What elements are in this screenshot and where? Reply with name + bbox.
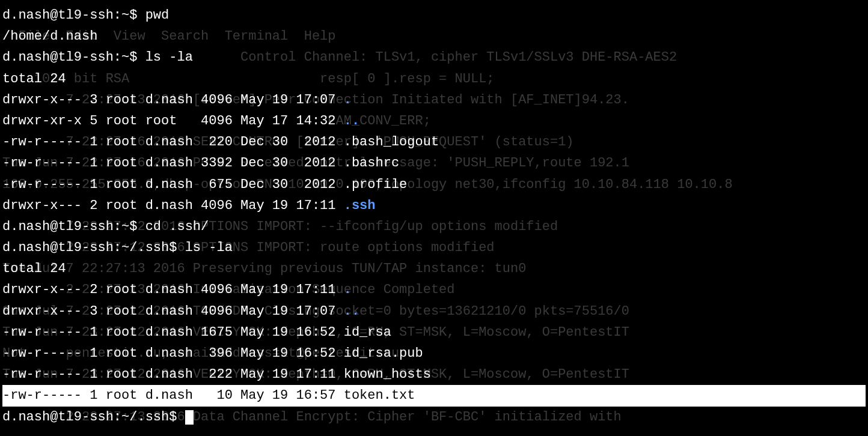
- shell-command: ls -la: [185, 240, 233, 255]
- ls-entry: drwxr-x--- 3 root d.nash 4096 May 19 17:…: [2, 89, 866, 111]
- file-name: .bash_logout: [344, 135, 439, 150]
- ls-entry: drwxr-x--- 2 root d.nash 4096 May 19 17:…: [2, 279, 866, 300]
- ls-entry: -rw-r----- 1 root d.nash 675 Dec 30 2012…: [2, 174, 866, 195]
- file-name: known_hosts: [344, 367, 431, 382]
- file-perms: -rw-r----- 1 root d.nash 3392 Dec 30 201…: [2, 156, 344, 171]
- ls-entry: -rw-r----- 1 root d.nash 222 May 19 17:1…: [2, 364, 866, 385]
- file-perms: -rw-r----- 1 root d.nash 222 May 19 17:1…: [2, 367, 344, 382]
- file-perms: drwxr-x--- 2 root d.nash 4096 May 19 17:…: [2, 282, 344, 297]
- file-perms: drwxr-x--- 3 root d.nash 4096 May 19 17:…: [2, 92, 344, 107]
- shell-command: pwd: [145, 8, 170, 23]
- file-name: .profile: [344, 177, 408, 192]
- output-text: total 24: [2, 261, 66, 276]
- directory-name: .: [344, 92, 352, 107]
- output-text: total 24: [2, 71, 66, 86]
- terminal-prompt-active: d.nash@tl9-ssh:~/.ssh$: [2, 407, 866, 428]
- directory-name: ..: [344, 304, 359, 319]
- ls-entry: -rw-r----- 1 root d.nash 396 May 19 16:5…: [2, 343, 866, 364]
- terminal-output[interactable]: d.nash@tl9-ssh:~$ pwd/home/d.nashd.nash@…: [2, 5, 866, 428]
- terminal-output-line: total 24: [2, 258, 866, 279]
- file-perms: drwxr-x--- 3 root d.nash 4096 May 19 17:…: [2, 304, 344, 319]
- ls-entry: -rw-r----- 1 root d.nash 220 Dec 30 2012…: [2, 132, 866, 153]
- shell-prompt: d.nash@tl9-ssh:~/.ssh$: [2, 410, 185, 425]
- terminal-prompt-line: d.nash@tl9-ssh:~/.ssh$ ls -la: [2, 237, 866, 258]
- file-perms: -rw-r----- 1 root d.nash 396 May 19 16:5…: [2, 346, 344, 361]
- output-text: /home/d.nash: [2, 29, 97, 44]
- ls-entry: drwxr-x--- 2 root d.nash 4096 May 19 17:…: [2, 195, 866, 216]
- shell-command: cd .ssh/: [145, 219, 209, 234]
- shell-prompt: d.nash@tl9-ssh:~$: [2, 50, 145, 65]
- terminal-prompt-line: d.nash@tl9-ssh:~$ cd .ssh/: [2, 216, 866, 237]
- terminal-output-line: /home/d.nash: [2, 26, 866, 47]
- ls-entry: drwxr-xr-x 5 root root 4096 May 17 14:32…: [2, 111, 866, 132]
- terminal-prompt-line: d.nash@tl9-ssh:~$ pwd: [2, 5, 866, 26]
- file-perms: -rw-r----- 1 root d.nash 1675 May 19 16:…: [2, 325, 344, 340]
- ls-entry: drwxr-x--- 3 root d.nash 4096 May 19 17:…: [2, 301, 866, 322]
- ls-entry-selected: -rw-r----- 1 root d.nash 10 May 19 16:57…: [2, 385, 866, 406]
- shell-prompt: d.nash@tl9-ssh:~$: [2, 8, 145, 23]
- file-name: .bashrc: [344, 156, 399, 171]
- file-name: id_rsa: [344, 325, 391, 340]
- file-perms: -rw-r----- 1 root d.nash 675 Dec 30 2012: [2, 177, 344, 192]
- directory-name: ..: [344, 114, 359, 129]
- directory-name: .ssh: [344, 198, 376, 213]
- terminal-output-line: total 24: [2, 68, 866, 89]
- terminal-prompt-line: d.nash@tl9-ssh:~$ ls -la: [2, 47, 866, 68]
- file-perms: drwxr-x--- 2 root d.nash 4096 May 19 17:…: [2, 198, 344, 213]
- file-perms: -rw-r----- 1 root d.nash 10 May 19 16:57: [2, 388, 344, 403]
- file-name: id_rsa.pub: [344, 346, 423, 361]
- file-perms: drwxr-xr-x 5 root root 4096 May 17 14:32: [2, 114, 344, 129]
- file-perms: -rw-r----- 1 root d.nash 220 Dec 30 2012: [2, 135, 344, 150]
- directory-name: .: [344, 282, 352, 297]
- ls-entry: -rw-r----- 1 root d.nash 1675 May 19 16:…: [2, 322, 866, 343]
- shell-prompt: d.nash@tl9-ssh:~$: [2, 219, 145, 234]
- cursor[interactable]: [185, 410, 194, 425]
- file-name: token.txt: [344, 388, 415, 403]
- ls-entry: -rw-r----- 1 root d.nash 3392 Dec 30 201…: [2, 153, 866, 174]
- shell-command: ls -la: [145, 50, 193, 65]
- shell-prompt: d.nash@tl9-ssh:~/.ssh$: [2, 240, 185, 255]
